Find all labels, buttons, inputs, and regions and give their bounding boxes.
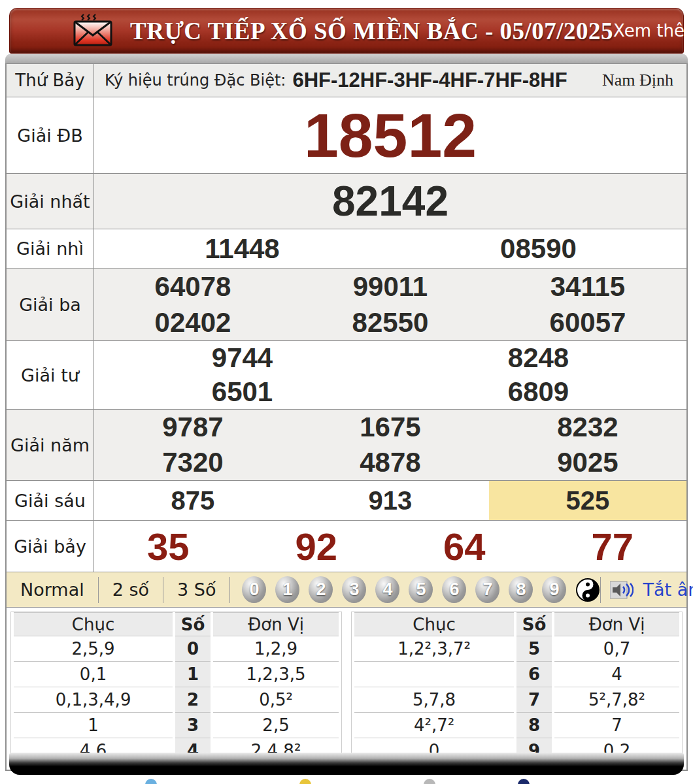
mute-toggle[interactable]: Tắt âm bbox=[643, 580, 693, 600]
prize-row-fourth: Giải tư 9744 8248 6501 6809 bbox=[7, 341, 686, 410]
table-row: 1,2²,3,7² 5 0,7 bbox=[354, 636, 679, 662]
prize-number: 64 bbox=[390, 521, 539, 572]
chuc-cell: 5,7,8 bbox=[354, 687, 514, 713]
head-tail-stats: Chục Số Đơn Vị 2,5,9 0 1,2,9 0,1 1 1,2,3… bbox=[7, 608, 686, 770]
chuc-cell: 4²,7² bbox=[354, 713, 514, 738]
prize-number: 9787 bbox=[94, 410, 292, 445]
mode-button-2so[interactable]: 2 số bbox=[99, 580, 163, 600]
prize-number: 6501 bbox=[94, 375, 390, 409]
digit-button-1[interactable]: 1 bbox=[275, 576, 299, 603]
col-header-chuc: Chục bbox=[354, 612, 514, 636]
prize-number: 11448 bbox=[94, 229, 390, 268]
see-more-link[interactable]: Xem thêm!... bbox=[613, 21, 693, 41]
digit-cell: 8 bbox=[516, 713, 552, 738]
yin-yang-icon[interactable] bbox=[575, 578, 600, 602]
prize-number: 18512 bbox=[94, 97, 686, 173]
page-title: TRỰC TIẾP XỔ SỐ MIỀN BẮC - 05/07/2025 bbox=[130, 17, 613, 45]
table-row: 2,5,9 0 1,2,9 bbox=[14, 636, 339, 662]
donvi-cell: 0,5² bbox=[213, 687, 339, 713]
social-icon-partial[interactable] bbox=[145, 779, 157, 784]
prize-label: Giải tư bbox=[7, 341, 94, 409]
table-row: 6 4 bbox=[354, 662, 679, 687]
lottery-results-table: Thứ Bảy Ký hiệu trúng Đặc Biệt: 6HF-12HF… bbox=[5, 63, 688, 771]
digit-button-3[interactable]: 3 bbox=[342, 576, 366, 603]
chuc-cell: 1,2²,3,7² bbox=[354, 636, 514, 662]
donvi-cell: 0,7 bbox=[554, 636, 679, 662]
digit-cell: 0 bbox=[175, 636, 211, 662]
col-header-so: Số bbox=[175, 612, 211, 636]
prize-row-third: Giải ba 64078 99011 34115 02402 82550 60… bbox=[7, 269, 686, 341]
donvi-cell: 5²,7,8² bbox=[554, 687, 679, 713]
prize-row-first: Giải nhất 82142 bbox=[7, 174, 686, 229]
divider bbox=[600, 577, 601, 603]
prize-number: 8232 bbox=[489, 410, 686, 445]
table-header-row: Chục Số Đơn Vị bbox=[14, 612, 339, 636]
prize-number: 913 bbox=[292, 481, 489, 520]
social-icon-partial[interactable] bbox=[424, 779, 435, 784]
prize-row-seventh: Giải bảy 35 92 64 77 bbox=[7, 521, 686, 572]
prize-label: Giải ba bbox=[7, 269, 94, 340]
draw-day: Thứ Bảy bbox=[7, 64, 94, 97]
digit-button-0[interactable]: 0 bbox=[242, 576, 266, 603]
digit-cell: 1 bbox=[175, 662, 211, 687]
prize-label: Giải sáu bbox=[7, 481, 94, 520]
donvi-cell: 7 bbox=[554, 713, 679, 738]
prize-row-sixth: Giải sáu 875 913 525 bbox=[7, 481, 686, 521]
table-row: 0,1,3,4,9 2 0,5² bbox=[14, 687, 339, 713]
prize-label: Giải nhì bbox=[7, 229, 94, 268]
digit-cell: 7 bbox=[516, 687, 552, 713]
prize-number: 9025 bbox=[489, 445, 686, 480]
prize-number: 34115 bbox=[489, 269, 686, 304]
prize-number: 77 bbox=[539, 521, 687, 572]
digit-button-4[interactable]: 4 bbox=[375, 576, 399, 603]
digit-cell: 5 bbox=[516, 636, 552, 662]
social-icon-partial[interactable] bbox=[299, 779, 311, 784]
social-icon-partial[interactable] bbox=[518, 779, 530, 784]
mode-button-3so[interactable]: 3 Số bbox=[163, 580, 229, 600]
table-row: 4²,7² 8 7 bbox=[354, 713, 679, 738]
digit-cell: 3 bbox=[175, 713, 211, 738]
prize-number: 60057 bbox=[489, 304, 686, 340]
prize-number-highlighted: 525 bbox=[489, 481, 686, 520]
prize-number: 92 bbox=[243, 521, 391, 572]
table-header-row: Chục Số Đơn Vị bbox=[354, 612, 679, 636]
draw-info-row: Thứ Bảy Ký hiệu trúng Đặc Biệt: 6HF-12HF… bbox=[7, 64, 686, 97]
digit-button-6[interactable]: 6 bbox=[442, 576, 466, 603]
prize-number: 99011 bbox=[292, 269, 489, 304]
prize-number: 9744 bbox=[94, 341, 390, 375]
prize-label: Giải bảy bbox=[7, 521, 94, 572]
chuc-cell bbox=[354, 662, 514, 687]
widget-base-bar bbox=[9, 753, 684, 775]
prize-number: 08590 bbox=[390, 229, 686, 268]
special-sign-value: 6HF-12HF-3HF-4HF-7HF-8HF bbox=[292, 69, 567, 92]
digit-button-8[interactable]: 8 bbox=[509, 576, 533, 603]
col-header-donvi: Đơn Vị bbox=[554, 612, 679, 636]
prize-number: 82142 bbox=[94, 174, 686, 229]
prize-row-special: Giải ĐB 18512 bbox=[7, 97, 686, 174]
mode-button-normal[interactable]: Normal bbox=[7, 580, 98, 600]
table-row: 1 3 2,5 bbox=[14, 713, 339, 738]
digit-cell: 6 bbox=[516, 662, 552, 687]
province-name: Nam Định bbox=[602, 71, 673, 90]
prize-row-fifth: Giải năm 9787 1675 8232 7320 4878 9025 bbox=[7, 410, 686, 481]
digit-button-7[interactable]: 7 bbox=[475, 576, 499, 603]
col-header-so: Số bbox=[516, 612, 552, 636]
special-sign-label: Ký hiệu trúng Đặc Biệt: bbox=[105, 71, 286, 90]
prize-number: 6809 bbox=[390, 375, 686, 409]
col-header-chuc: Chục bbox=[14, 612, 173, 636]
donvi-cell: 1,2,3,5 bbox=[213, 662, 339, 687]
speaker-icon[interactable] bbox=[610, 581, 634, 599]
chuc-cell: 1 bbox=[14, 713, 173, 738]
table-row: 5,7,8 7 5²,7,8² bbox=[354, 687, 679, 713]
stats-table-left: Chục Số Đơn Vị 2,5,9 0 1,2,9 0,1 1 1,2,3… bbox=[10, 612, 342, 764]
stats-table-right: Chục Số Đơn Vị 1,2²,3,7² 5 0,7 6 4 5,7,8… bbox=[351, 612, 683, 764]
digit-button-9[interactable]: 9 bbox=[542, 576, 566, 603]
prize-number: 82550 bbox=[292, 304, 489, 340]
prize-number: 64078 bbox=[94, 269, 292, 304]
digit-filter-buttons: 0 1 2 3 4 5 6 7 8 9 bbox=[242, 576, 600, 603]
prize-row-second: Giải nhì 11448 08590 bbox=[7, 229, 686, 269]
digit-button-5[interactable]: 5 bbox=[409, 576, 433, 603]
header-shelf bbox=[5, 54, 688, 63]
prize-number: 02402 bbox=[94, 304, 292, 340]
digit-button-2[interactable]: 2 bbox=[309, 576, 333, 603]
